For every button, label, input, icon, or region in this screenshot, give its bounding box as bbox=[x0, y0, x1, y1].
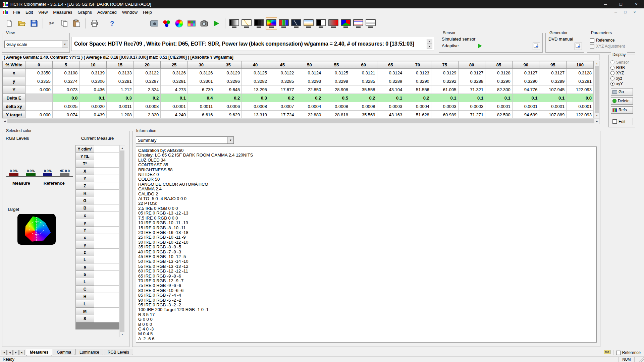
measures-cell[interactable]: 13.295 bbox=[242, 85, 269, 94]
menu-graphs[interactable]: Graphs bbox=[75, 9, 95, 15]
measures-cell[interactable]: 1.208 bbox=[106, 111, 133, 119]
measures-cell[interactable]: 0.436 bbox=[79, 85, 107, 94]
go-button[interactable]: Go bbox=[611, 88, 633, 96]
view-grayscale-button[interactable] bbox=[228, 17, 240, 29]
checkbox-icon[interactable] bbox=[616, 351, 621, 355]
view-gamma-button[interactable] bbox=[241, 17, 252, 29]
info-text[interactable]: Calibration by: ABG360 Display: LG 65 G2… bbox=[136, 146, 597, 343]
measures-col-header[interactable]: 25 bbox=[161, 61, 188, 69]
scrollbar-thumb[interactable] bbox=[7, 119, 594, 123]
measures-cell[interactable]: 28.818 bbox=[323, 111, 350, 119]
view-color-temperature-button[interactable] bbox=[303, 17, 314, 29]
measures-cell[interactable]: 0.2 bbox=[215, 94, 242, 102]
measures-col-header[interactable]: 80 bbox=[458, 61, 485, 69]
measures-cell[interactable]: 9.629 bbox=[215, 111, 242, 119]
checkbox-icon[interactable] bbox=[612, 119, 617, 124]
measures-cell[interactable]: 122.093 bbox=[567, 111, 594, 119]
measures-cell[interactable]: 0.3293 bbox=[296, 77, 323, 85]
measures-cell[interactable]: 0.3123 bbox=[404, 69, 431, 77]
measures-cell[interactable]: 0.0 bbox=[567, 94, 594, 102]
tab-last-icon[interactable]: ▶| bbox=[19, 350, 25, 355]
new-document-button[interactable] bbox=[3, 17, 15, 29]
view-saturation-button[interactable] bbox=[328, 17, 339, 29]
view-near-black-button[interactable] bbox=[253, 17, 265, 29]
scroll-left-icon[interactable]: ◀ bbox=[2, 119, 7, 124]
measures-col-header[interactable]: 70 bbox=[404, 61, 431, 69]
measures-cell[interactable]: 0.0003 bbox=[431, 102, 458, 111]
measures-cell[interactable]: 0.0003 bbox=[377, 102, 404, 111]
measures-cell[interactable]: 51.556 bbox=[404, 85, 431, 94]
scroll-down-icon[interactable]: ▼ bbox=[120, 332, 125, 337]
radio-xyz[interactable]: XYZ bbox=[609, 70, 635, 76]
edit-checkbox[interactable]: Edit bbox=[611, 118, 633, 125]
run-measures-button[interactable] bbox=[211, 17, 222, 29]
measures-cell[interactable]: 0.0001 bbox=[485, 102, 513, 111]
measures-cell[interactable]: 0.3127 bbox=[512, 69, 539, 77]
measures-cell[interactable]: 0.000 bbox=[25, 85, 53, 94]
sensor-run-icon[interactable] bbox=[478, 44, 482, 48]
measures-cell[interactable]: 0.1 bbox=[79, 94, 107, 102]
measures-row-header[interactable]: Y target bbox=[3, 111, 25, 119]
spin-down-icon[interactable]: ▼ bbox=[427, 44, 432, 49]
measures-cell[interactable]: 4.240 bbox=[161, 111, 188, 119]
tab-luminance[interactable]: Luminance bbox=[75, 349, 103, 355]
tab-rgb-levels[interactable]: RGB Levels bbox=[104, 349, 133, 355]
mdi-restore-icon[interactable]: □ bbox=[621, 9, 629, 15]
measures-cell[interactable]: 71.321 bbox=[458, 85, 485, 94]
measures-cell[interactable]: 0.0001 bbox=[512, 102, 539, 111]
measures-cell[interactable]: 0.2 bbox=[133, 94, 161, 102]
measures-cell[interactable]: 0.3122 bbox=[133, 69, 161, 77]
measures-cell[interactable]: 0.3285 bbox=[269, 77, 296, 85]
measures-cell[interactable]: 71.271 bbox=[458, 111, 485, 119]
measures-cell[interactable]: 0.0025 bbox=[52, 102, 79, 111]
measures-col-header[interactable]: 0 bbox=[25, 61, 53, 69]
measures-cell[interactable]: 0.5 bbox=[323, 94, 350, 102]
measures-cell[interactable]: 0.2 bbox=[269, 94, 296, 102]
measures-col-header[interactable]: 20 bbox=[133, 61, 161, 69]
measures-cell[interactable]: 2.324 bbox=[133, 85, 161, 94]
measures-cell[interactable]: 0.1 bbox=[377, 94, 404, 102]
color-wheel-button[interactable] bbox=[173, 17, 185, 29]
measures-cell[interactable]: 35.569 bbox=[350, 111, 377, 119]
view-free-measures-button[interactable] bbox=[353, 17, 364, 29]
mdi-close-icon[interactable]: × bbox=[631, 9, 639, 15]
measures-cell[interactable]: 107.889 bbox=[539, 111, 567, 119]
measures-cell[interactable]: 0.3290 bbox=[485, 77, 513, 85]
scrollbar-thumb[interactable] bbox=[120, 150, 124, 332]
measures-cell[interactable]: 0.0004 bbox=[296, 102, 323, 111]
measures-cell[interactable]: 0.0020 bbox=[79, 102, 107, 111]
color-checker-button[interactable] bbox=[186, 17, 197, 29]
radio-xyy[interactable]: xyY bbox=[609, 81, 635, 86]
measures-cell[interactable]: 0.000 bbox=[25, 111, 53, 119]
view-gamut-button[interactable] bbox=[340, 17, 352, 29]
measures-cell[interactable]: 61.005 bbox=[431, 85, 458, 94]
scroll-down-icon[interactable]: ▼ bbox=[594, 113, 599, 118]
measures-cell[interactable]: 0.3355 bbox=[25, 77, 53, 85]
measures-cell[interactable]: 0.3285 bbox=[350, 77, 377, 85]
measures-cell[interactable]: 0.3139 bbox=[79, 69, 107, 77]
measures-cell[interactable] bbox=[25, 102, 53, 111]
radio-rgb[interactable]: RGB bbox=[609, 65, 635, 70]
measures-col-header[interactable]: 40 bbox=[242, 61, 269, 69]
measures-col-header[interactable]: 65 bbox=[377, 61, 404, 69]
measures-cell[interactable]: 0.073 bbox=[52, 85, 79, 94]
measures-cell[interactable]: 0.3290 bbox=[512, 77, 539, 85]
measures-col-header[interactable]: 5 bbox=[52, 61, 79, 69]
measures-cell[interactable]: 0.3129 bbox=[215, 69, 242, 77]
measures-cell[interactable]: 0.3121 bbox=[350, 69, 377, 77]
measures-cell[interactable]: 0.3126 bbox=[187, 69, 215, 77]
measures-cell[interactable]: 0.3282 bbox=[242, 77, 269, 85]
current-measure-scrollbar[interactable]: ▲ ▼ bbox=[119, 145, 125, 337]
measures-cell[interactable]: 82.500 bbox=[485, 111, 513, 119]
open-folder-button[interactable] bbox=[16, 17, 27, 29]
view-full-report-button[interactable] bbox=[365, 17, 376, 29]
menu-view[interactable]: View bbox=[36, 9, 50, 15]
measures-cell[interactable] bbox=[25, 94, 53, 102]
measures-cell[interactable]: 17.724 bbox=[269, 111, 296, 119]
measures-cell[interactable]: 1.212 bbox=[106, 85, 133, 94]
measures-row-header[interactable]: Y bbox=[3, 85, 25, 94]
view-rgb-levels-button[interactable] bbox=[278, 17, 289, 29]
measures-cell[interactable]: 43.104 bbox=[377, 85, 404, 94]
measures-cell[interactable]: 0.0008 bbox=[133, 102, 161, 111]
measures-col-header[interactable]: 30 bbox=[187, 61, 215, 69]
